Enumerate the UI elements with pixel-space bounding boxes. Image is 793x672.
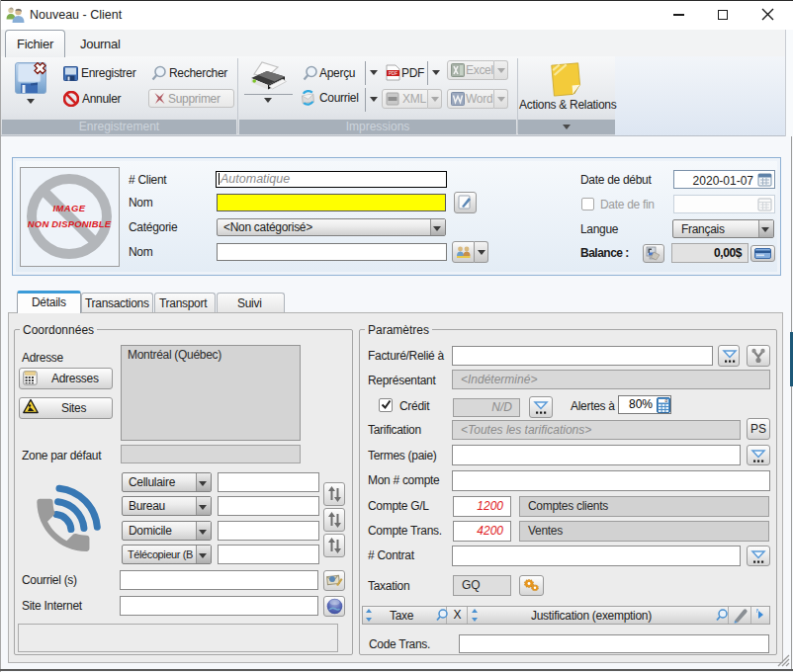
svg-text:NON DISPONIBLE: NON DISPONIBLE bbox=[28, 220, 112, 229]
svg-text:IMAGE: IMAGE bbox=[52, 205, 86, 213]
svg-text:PDF: PDF bbox=[389, 71, 397, 76]
svg-text:o: o bbox=[665, 397, 668, 403]
